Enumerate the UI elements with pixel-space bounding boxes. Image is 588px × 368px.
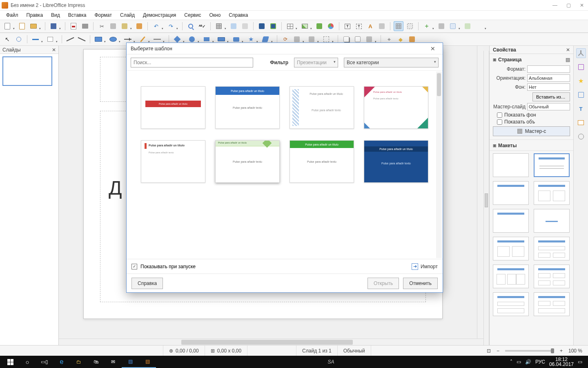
filter-category-combo[interactable]: Все категории — [344, 58, 439, 67]
dialog-close-icon[interactable]: ✕ — [427, 44, 439, 53]
template-item-2[interactable]: Pulse para añadir un títuloPulse para añ… — [215, 86, 280, 129]
show-on-start-checkbox[interactable]: ✓ — [131, 264, 137, 269]
template-search-input[interactable] — [131, 58, 253, 67]
open-button-dialog[interactable]: Открыть — [368, 278, 399, 289]
import-icon: ➜ — [412, 263, 418, 270]
show-on-start-label: Показывать при запуске — [140, 264, 196, 269]
template-item-8[interactable]: Pulse para añadir un títuloPulse para añ… — [364, 140, 428, 183]
template-grid: Pulse para añadir un título Pulse para a… — [131, 75, 439, 187]
filter-type-combo[interactable]: Презентации — [294, 58, 338, 67]
dialog-scrollbar[interactable] — [436, 72, 442, 258]
template-item-4[interactable]: Pulse para añadir un títuloPulse para añ… — [364, 86, 428, 129]
template-dialog: Выберите шаблон ✕ Фильтр Презентации Все… — [126, 43, 443, 293]
template-item-1[interactable]: Pulse para añadir un título — [141, 86, 205, 129]
filter-label: Фильтр — [270, 60, 288, 65]
template-item-3[interactable]: Pulse para añadir un títuloPulse para añ… — [290, 86, 354, 129]
template-item-6[interactable]: Pulse para añadir un títuloPulse para añ… — [215, 140, 280, 183]
import-label: Импорт — [421, 264, 438, 269]
import-button[interactable]: ➜ Импорт — [412, 263, 438, 270]
dialog-title: Выберите шаблон — [131, 46, 172, 52]
cancel-button[interactable]: Отменить — [403, 278, 438, 289]
help-button[interactable]: Справка — [131, 278, 163, 289]
template-item-7[interactable]: Pulse para añadir un títuloPulse para añ… — [290, 140, 354, 183]
template-item-5[interactable]: Pulse para añadir un títuloPulse para añ… — [141, 140, 205, 183]
modal-overlay: Выберите шаблон ✕ Фильтр Презентации Все… — [0, 0, 588, 368]
